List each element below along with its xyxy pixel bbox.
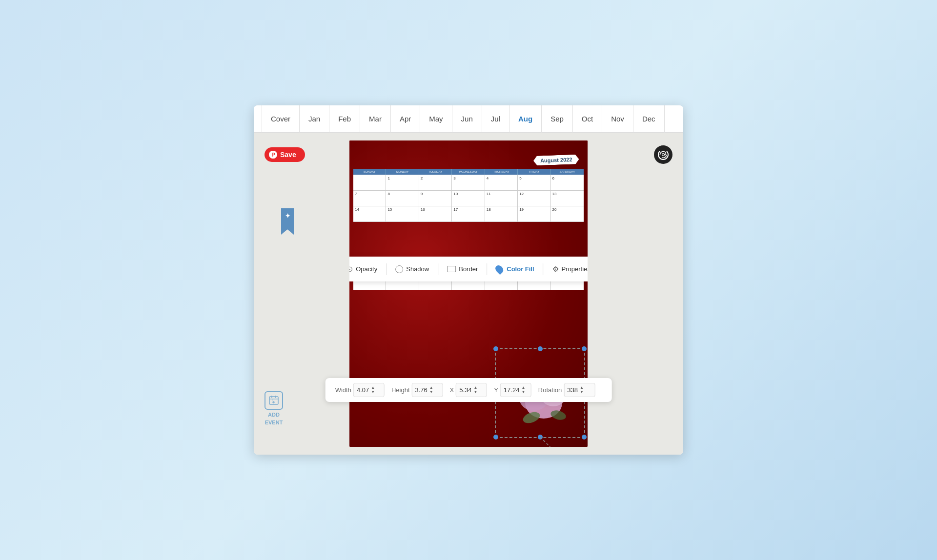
rotation-down[interactable]: ▼ [580,390,584,395]
y-input[interactable]: 17.24 ▲ ▼ [500,383,531,397]
tab-nov[interactable]: Nov [602,105,633,133]
tab-oct[interactable]: Oct [573,105,602,133]
cal-cell[interactable]: 19 [518,206,550,222]
y-up[interactable]: ▲ [521,385,525,390]
cal-cell[interactable]: 15 [386,206,419,222]
spiral-hole [411,143,417,149]
cal-cell[interactable]: 20 [551,206,584,222]
opacity-button[interactable]: ⊙ Opacity [349,261,384,277]
selection-handle-bm[interactable] [538,435,543,440]
spiral-hole [475,143,481,149]
cal-cell[interactable]: 14 [353,206,386,222]
y-value: 17.24 [504,386,520,394]
tab-jun[interactable]: Jun [452,105,482,133]
selection-handle-tl[interactable] [493,346,498,351]
selection-handle-tr[interactable] [582,346,587,351]
width-input-group: 4.07 ▲ ▼ [353,383,391,397]
cal-cell[interactable]: 1 [386,175,419,191]
y-down[interactable]: ▼ [521,390,525,395]
add-event-line2: EVENT [265,420,283,425]
cal-cell[interactable]: 13 [551,191,584,206]
cal-cell[interactable]: 12 [518,191,550,206]
zoom-button[interactable] [654,145,672,164]
cal-cell[interactable]: 8 [386,191,419,206]
add-event-icon [265,391,283,410]
spiral-hole [502,143,508,149]
cal-cell[interactable]: 16 [419,206,452,222]
color-fill-button[interactable]: Color Fill [489,262,541,277]
canvas-area: P Save ✦ [254,133,683,455]
selection-handle-tm[interactable] [538,346,543,351]
opacity-icon: ⊙ [349,264,353,274]
rotation-input[interactable]: 338 ▲ ▼ [564,383,595,397]
header-fri: FRIDAY [518,169,550,175]
spiral-hole [575,143,581,149]
opacity-label: Opacity [356,265,377,273]
tab-dec[interactable]: Dec [633,105,665,133]
spiral-hole [484,143,489,149]
color-fill-icon [494,263,505,275]
tab-jul[interactable]: Jul [482,105,509,133]
x-down[interactable]: ▼ [474,390,478,395]
cal-cell[interactable]: 6 [551,175,584,191]
tab-sep[interactable]: Sep [542,105,573,133]
height-input[interactable]: 3.76 ▲ ▼ [412,383,443,397]
toolbar-sep-3 [487,263,487,275]
cal-cell[interactable]: 2 [419,175,452,191]
selection-handle-br[interactable] [582,435,587,440]
tab-feb[interactable]: Feb [329,105,360,133]
cal-cell[interactable]: 10 [452,191,485,206]
save-button[interactable]: P Save [265,147,305,162]
cal-cell[interactable]: 18 [485,206,518,222]
cal-cell[interactable]: 5 [518,175,550,191]
tab-cover[interactable]: Cover [262,105,300,133]
height-up[interactable]: ▲ [429,385,433,390]
header-mon: MONDAY [386,169,419,175]
spiral-hole [384,143,389,149]
width-up[interactable]: ▲ [371,385,375,390]
height-down[interactable]: ▼ [429,390,433,395]
tab-aug[interactable]: Aug [509,105,542,133]
svg-rect-19 [272,400,273,400]
spiral-hole [429,143,435,149]
spiral-hole [493,143,499,149]
header-sat: SATURDAY [551,169,584,175]
cal-cell[interactable]: 9 [419,191,452,206]
properties-icon: ⚙ [552,265,559,274]
height-label: Height [391,386,410,394]
selection-handle-bl[interactable] [493,435,498,440]
shadow-button[interactable]: Shadow [388,262,436,276]
rotation-up[interactable]: ▲ [580,385,584,390]
cal-cell[interactable]: 7 [353,191,386,206]
width-down[interactable]: ▼ [371,390,375,395]
spiral-hole [456,143,462,149]
x-value: 5.34 [459,386,471,394]
x-label: X [450,386,454,394]
width-value: 4.07 [357,386,369,394]
month-label: August 2022 [533,154,579,165]
rotation-line [540,437,588,447]
tab-mar[interactable]: Mar [360,105,391,133]
cal-cell[interactable]: 11 [485,191,518,206]
spiral-hole [520,143,526,149]
tab-may[interactable]: May [420,105,452,133]
border-button[interactable]: Border [440,262,485,276]
x-up[interactable]: ▲ [474,385,478,390]
rotation-label: Rotation [538,386,562,394]
add-event-button[interactable]: ADD EVENT [265,391,283,425]
spiral-hole [402,143,407,149]
x-input[interactable]: 5.34 ▲ ▼ [456,383,487,397]
x-input-group: 5.34 ▲ ▼ [456,383,494,397]
cal-cell[interactable]: 3 [452,175,485,191]
cal-cell[interactable] [353,175,386,191]
width-input[interactable]: 4.07 ▲ ▼ [353,383,385,397]
cal-cell[interactable]: 17 [452,206,485,222]
properties-button[interactable]: ⚙ Properties [546,262,588,277]
svg-line-11 [540,437,579,447]
cal-cell[interactable]: 4 [485,175,518,191]
tab-apr[interactable]: Apr [391,105,420,133]
tab-jan[interactable]: Jan [300,105,329,133]
header-tue: TUESDAY [419,169,452,175]
shadow-icon [395,265,403,273]
border-label: Border [459,265,478,273]
